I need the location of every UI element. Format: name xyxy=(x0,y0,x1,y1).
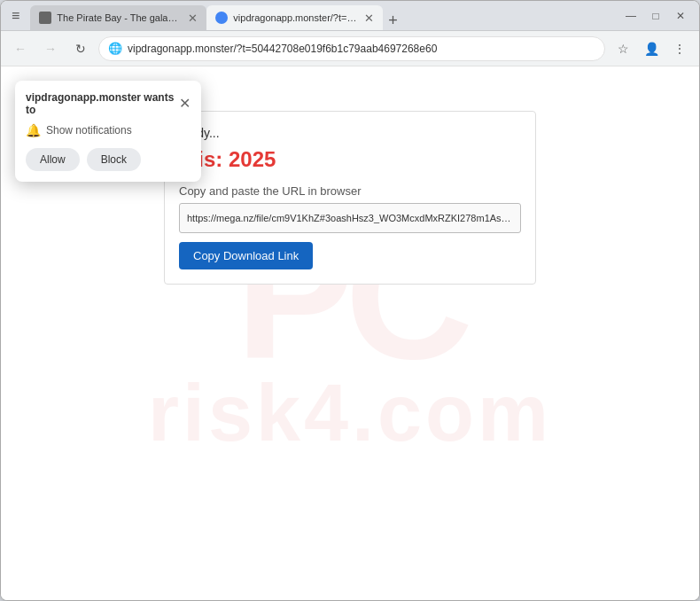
popup-row: 🔔 Show notifications xyxy=(26,123,191,137)
window-controls: — □ ✕ xyxy=(619,7,692,25)
tab-pirate-close[interactable]: ✕ xyxy=(188,12,198,25)
year-text: d is: 2025 xyxy=(179,147,521,172)
tab-dragon-favicon xyxy=(215,12,228,24)
popup-header: vipdragonapp.monster wants to ✕ xyxy=(26,91,191,116)
block-button[interactable]: Block xyxy=(87,148,141,171)
copy-download-button[interactable]: Copy Download Link xyxy=(179,242,313,269)
popup-show-notifications: Show notifications xyxy=(46,124,132,137)
profile-icon[interactable]: 👤 xyxy=(639,36,664,61)
popup-title: vipdragonapp.monster wants to xyxy=(26,91,179,116)
browser-window: ≡ The Pirate Bay - The galaxy's m... ✕ v… xyxy=(0,0,700,601)
ready-text: ready... xyxy=(179,126,521,140)
secure-icon: 🌐 xyxy=(108,42,122,55)
tab-list-icon[interactable]: ≡ xyxy=(8,6,23,26)
bell-icon: 🔔 xyxy=(26,123,41,137)
notification-popup: vipdragonapp.monster wants to ✕ 🔔 Show n… xyxy=(15,81,201,182)
allow-button[interactable]: Allow xyxy=(26,148,80,171)
refresh-button[interactable]: ↻ xyxy=(68,36,93,61)
url-input[interactable]: https://mega.nz/file/cm9V1KhZ#3oashHsz3_… xyxy=(179,203,521,233)
address-bar-right: ☆ 👤 ⋮ xyxy=(611,36,692,61)
close-button[interactable]: ✕ xyxy=(669,7,692,25)
menu-icon[interactable]: ⋮ xyxy=(667,36,692,61)
url-bar[interactable]: 🌐 vipdragonapp.monster/?t=50442708e019f6… xyxy=(98,36,605,61)
popup-buttons: Allow Block xyxy=(26,148,191,171)
url-input-value: https://mega.nz/file/cm9V1KhZ#3oashHsz3_… xyxy=(187,213,513,223)
content-box: ready... d is: 2025 Copy and paste the U… xyxy=(164,111,536,285)
page-content: PC risk4.com ready... d is: 2025 Copy an… xyxy=(1,66,699,600)
back-button[interactable]: ← xyxy=(8,36,33,61)
tab-dragon-title: vipdragonapp.monster/?t=504... xyxy=(233,12,357,23)
tabs-container: The Pirate Bay - The galaxy's m... ✕ vip… xyxy=(30,1,616,30)
maximize-button[interactable]: □ xyxy=(644,7,667,25)
title-bar: ≡ The Pirate Bay - The galaxy's m... ✕ v… xyxy=(1,1,699,31)
minimize-button[interactable]: — xyxy=(619,7,642,25)
new-tab-button[interactable]: + xyxy=(383,12,403,30)
watermark-risk: risk4.com xyxy=(148,368,552,459)
title-bar-left: ≡ xyxy=(8,6,23,26)
url-text: vipdragonapp.monster/?t=50442708e019f6b1… xyxy=(128,43,595,55)
tab-pirate[interactable]: The Pirate Bay - The galaxy's m... ✕ xyxy=(30,5,206,30)
address-bar: ← → ↻ 🌐 vipdragonapp.monster/?t=50442708… xyxy=(1,31,699,66)
bookmark-icon[interactable]: ☆ xyxy=(611,36,635,61)
tab-dragon-close[interactable]: ✕ xyxy=(364,12,374,25)
url-label: Copy and paste the URL in browser xyxy=(179,184,521,198)
forward-button[interactable]: → xyxy=(38,36,63,61)
tab-pirate-title: The Pirate Bay - The galaxy's m... xyxy=(57,12,181,23)
tab-pirate-favicon xyxy=(39,12,51,24)
popup-close-button[interactable]: ✕ xyxy=(179,97,191,111)
tab-dragon[interactable]: vipdragonapp.monster/?t=504... ✕ xyxy=(206,5,383,30)
